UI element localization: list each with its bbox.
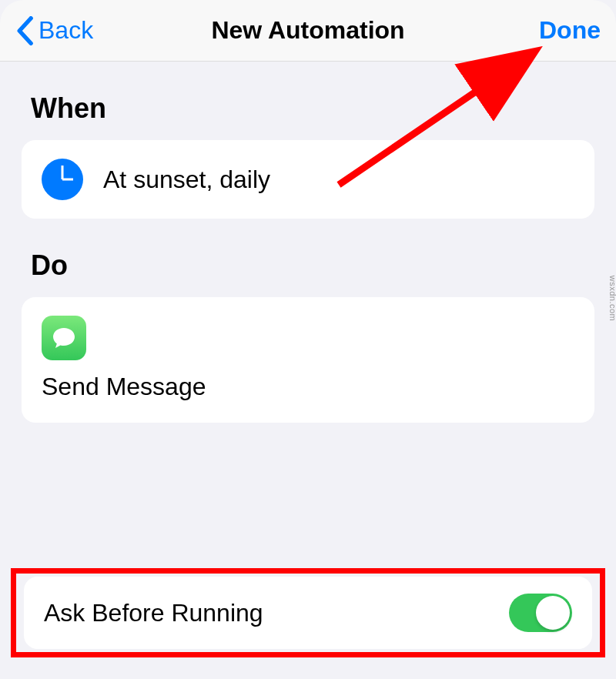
page-title: New Automation (211, 16, 404, 45)
ask-before-running-row: Ask Before Running (24, 577, 592, 649)
back-label: Back (38, 16, 93, 45)
do-card[interactable]: Send Message (22, 297, 594, 423)
back-button[interactable]: Back (15, 16, 93, 45)
navigation-bar: Back New Automation Done (0, 0, 616, 62)
watermark: wsxdn.com (608, 276, 616, 322)
do-section-label: Do (31, 249, 616, 282)
when-text: At sunset, daily (103, 166, 270, 194)
chevron-left-icon (15, 16, 34, 45)
when-card[interactable]: At sunset, daily (22, 140, 594, 219)
do-text: Send Message (42, 373, 574, 401)
ask-toggle[interactable] (509, 594, 572, 632)
ask-label: Ask Before Running (44, 599, 263, 627)
highlight-box: Ask Before Running (11, 568, 605, 657)
done-button[interactable]: Done (539, 16, 601, 45)
when-section-label: When (31, 92, 616, 125)
messages-icon (42, 316, 86, 360)
clock-icon (42, 159, 83, 200)
